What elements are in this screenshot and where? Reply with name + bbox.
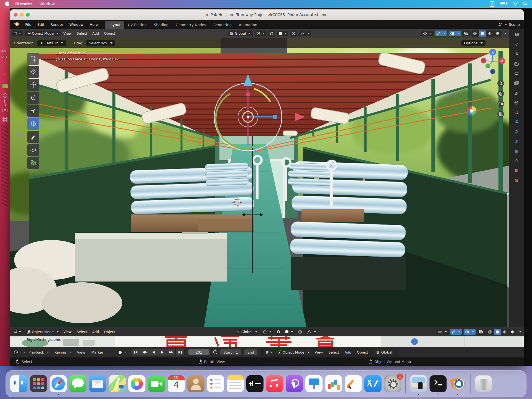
wifi-icon[interactable] <box>513 1 518 6</box>
vp2-proportional-editing-button[interactable] <box>296 329 304 335</box>
timeline-editor-type-button[interactable] <box>12 349 19 356</box>
vp3-orientation-selector[interactable]: Global <box>374 349 395 355</box>
timeline-editor-chevron-icon[interactable] <box>23 352 25 353</box>
menu-render[interactable]: Render <box>47 22 66 27</box>
dock-numbers[interactable] <box>325 375 342 392</box>
shading-rendered-button[interactable] <box>494 30 502 37</box>
orientation-value-selector[interactable]: Default <box>37 40 66 46</box>
axis-gizmo[interactable]: Z X <box>479 48 507 79</box>
xray-toggle[interactable] <box>462 30 470 36</box>
props-tab-world[interactable] <box>512 99 521 106</box>
timeline-menu-view[interactable]: View <box>75 349 88 355</box>
dock-minimized-window[interactable] <box>410 375 427 392</box>
vp2-shading-rendered-button[interactable] <box>509 329 516 335</box>
options-button[interactable]: Options <box>461 40 485 46</box>
vp2-shading-chevron-icon[interactable] <box>519 331 521 332</box>
pan-view-hand-icon[interactable] <box>497 90 504 98</box>
dock-mail[interactable] <box>89 375 106 392</box>
menubar-window-menu[interactable]: Window <box>39 2 55 6</box>
vp2-editor-type-button[interactable] <box>12 329 23 335</box>
dock-finder[interactable] <box>10 375 27 392</box>
snap-magnet-button[interactable] <box>268 30 275 37</box>
shading-chevron-icon[interactable] <box>504 33 507 34</box>
shading-material-button[interactable] <box>486 30 494 37</box>
dock-terminal[interactable] <box>429 375 447 392</box>
dock-blender[interactable] <box>449 375 466 392</box>
vp2-menu-view[interactable]: View <box>61 329 74 335</box>
vp2-falloff-curve-selector[interactable] <box>305 329 318 335</box>
props-tab-material[interactable] <box>512 167 521 174</box>
vp2-shading-solid-button[interactable] <box>494 329 501 335</box>
tab-layout[interactable]: Layout <box>105 21 124 29</box>
visibility-dropdown[interactable] <box>421 31 434 36</box>
vp2-shading-material-button[interactable] <box>501 329 509 335</box>
vp3-mode-selector[interactable]: Object Mode <box>276 349 312 355</box>
tool-rotate[interactable] <box>27 92 39 104</box>
playback-menu[interactable]: Playback <box>26 349 51 355</box>
props-tab-modifiers[interactable] <box>512 118 521 126</box>
dock-launchpad[interactable] <box>30 375 47 392</box>
vp2-menu-select[interactable]: Select <box>74 329 90 335</box>
overlays-toggle[interactable] <box>449 31 461 36</box>
vp2-overlays-toggle[interactable] <box>464 329 476 335</box>
vp2-mode-selector[interactable]: Object Mode <box>25 329 61 335</box>
dock-podcasts[interactable] <box>286 375 303 392</box>
proportional-editing-button[interactable] <box>290 30 297 37</box>
editor-type-button[interactable] <box>12 30 23 36</box>
start-frame-field[interactable]: Start1 <box>220 349 242 355</box>
tool-annotate[interactable] <box>27 131 39 143</box>
vp3-menu-object[interactable]: Object <box>354 349 371 355</box>
menu-help[interactable]: Help <box>87 22 101 27</box>
vp2-snap-target-selector[interactable] <box>284 329 295 334</box>
transform-orientation-selector[interactable]: Global <box>228 30 253 36</box>
timeline-menu-marker[interactable]: Marker <box>89 349 106 355</box>
keying-menu[interactable]: Keying <box>52 349 73 355</box>
battery-icon[interactable] <box>500 2 508 6</box>
dock-music[interactable] <box>266 375 283 392</box>
input-source-icon[interactable]: A <box>490 1 495 7</box>
scene-selector[interactable]: Scene <box>509 22 520 27</box>
tool-add-cube[interactable] <box>27 157 39 169</box>
viewport-menu-select[interactable]: Select <box>74 30 90 36</box>
vp3-editor-type-button[interactable] <box>264 349 274 355</box>
tool-transform[interactable] <box>27 118 39 130</box>
next-keyframe-button[interactable] <box>167 349 175 355</box>
vp2-visibility-dropdown[interactable] <box>436 329 449 335</box>
dock-calendar[interactable]: 3月 4 <box>168 375 185 392</box>
play-reverse-button[interactable] <box>149 349 158 355</box>
vp2-gizmos-toggle[interactable] <box>450 329 462 335</box>
blender-logo-icon[interactable] <box>13 22 19 27</box>
props-tab-tool[interactable] <box>512 50 521 58</box>
vp2-menu-add[interactable]: Add <box>90 329 101 335</box>
tab-uv-editing[interactable]: UV Editing <box>124 21 150 29</box>
dock-messages[interactable] <box>69 375 86 392</box>
viewport-menu-add[interactable]: Add <box>90 30 101 36</box>
dock-photos[interactable] <box>128 375 145 392</box>
auto-keying-record-button[interactable] <box>117 350 128 355</box>
vp3-menu-view[interactable]: View <box>312 349 326 355</box>
dock-trash[interactable] <box>475 375 492 392</box>
prev-keyframe-button[interactable] <box>140 349 149 355</box>
props-tab-render[interactable] <box>512 60 521 67</box>
tool-move[interactable] <box>27 79 39 91</box>
dock-reminders[interactable] <box>207 375 224 392</box>
zoom-view-icon[interactable] <box>497 80 504 88</box>
props-tab-output[interactable] <box>512 70 521 77</box>
tab-add-workspace[interactable]: + <box>261 21 271 29</box>
dock-keynote[interactable] <box>305 375 323 392</box>
props-tab-scene[interactable] <box>512 89 521 96</box>
tab-rendering[interactable]: Rendering <box>210 21 235 29</box>
viewport2-canvas[interactable]: z <box>10 336 524 347</box>
menubar-app-name[interactable]: Blender <box>15 2 32 6</box>
pivot-point-selector[interactable] <box>255 30 267 37</box>
menu-edit[interactable]: Edit <box>34 22 47 27</box>
dock-contacts[interactable] <box>187 375 204 392</box>
vp2-xray-toggle[interactable] <box>477 329 485 335</box>
menu-file[interactable]: File <box>22 22 34 27</box>
props-tab-constraints[interactable] <box>512 147 521 155</box>
dock-notes[interactable] <box>227 375 244 392</box>
viewport-menu-view[interactable]: View <box>61 30 74 36</box>
dock-system-preferences[interactable]: 2 <box>384 375 401 392</box>
mode-selector[interactable]: Object Mode <box>25 30 61 36</box>
outliner-icon[interactable] <box>512 31 521 38</box>
